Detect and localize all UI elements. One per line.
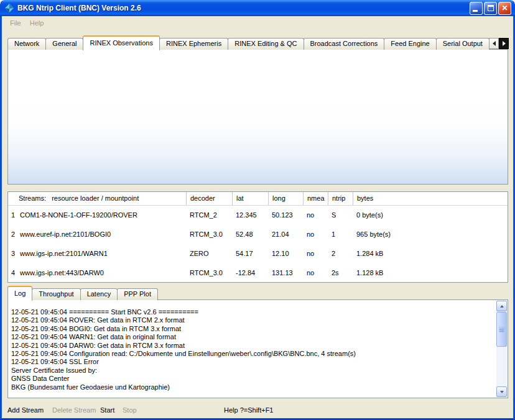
log-line: 12-05-21 09:45:04 Configuration read: C:… bbox=[11, 350, 493, 358]
maximize-button[interactable] bbox=[484, 2, 497, 15]
log-line: 12-05-21 09:45:04 WARN1: Get data in ori… bbox=[11, 333, 493, 341]
cell-lat: -12.84 bbox=[232, 263, 268, 283]
cell-decoder: ZERO bbox=[186, 244, 232, 263]
cell-long: 50.123 bbox=[268, 206, 303, 225]
scroll-up-button[interactable] bbox=[496, 301, 507, 311]
cell-mountpoint: www.igs-ip.net:2101/WARN1 bbox=[19, 244, 186, 263]
rinex-observations-panel bbox=[7, 49, 508, 185]
scroll-down-icon bbox=[500, 391, 504, 393]
log-line: BKG (Bundesamt fuer Geodaesie und Kartog… bbox=[11, 383, 493, 391]
cell-lat: 54.17 bbox=[232, 244, 268, 263]
cell-bytes: 0 byte(s) bbox=[353, 206, 508, 225]
scroll-up-icon bbox=[500, 305, 504, 308]
window-frame-left bbox=[0, 15, 2, 420]
cell-ntrip: 1 bbox=[328, 225, 353, 244]
cell-decoder: RTCM_2 bbox=[186, 206, 232, 225]
stream-row[interactable]: 4 www.igs-ip.net:443/DARW0 RTCM_3.0 -12.… bbox=[8, 263, 508, 283]
cell-long: 12.10 bbox=[268, 244, 303, 263]
stream-row[interactable]: 3 www.igs-ip.net:2101/WARN1 ZERO 54.17 1… bbox=[8, 244, 508, 263]
cell-nmea: no bbox=[303, 225, 328, 244]
tab-scroll-right-button[interactable] bbox=[499, 38, 509, 49]
tab-rinex-ephemeris[interactable]: RINEX Ephemeris bbox=[159, 38, 228, 50]
title-bar[interactable]: BKG Ntrip Client (BNC) Version 2.6 ✕ bbox=[0, 0, 515, 16]
cell-bytes: 1.128 kB bbox=[353, 263, 508, 283]
app-window: BKG Ntrip Client (BNC) Version 2.6 ✕ Fil… bbox=[0, 0, 515, 420]
minimize-button[interactable] bbox=[470, 2, 483, 15]
cell-bytes: 1.284 kB bbox=[353, 244, 508, 263]
tab-feed-engine[interactable]: Feed Engine bbox=[384, 38, 436, 50]
chevron-left-icon bbox=[493, 41, 496, 46]
minimize-icon bbox=[473, 10, 478, 12]
chevron-right-icon bbox=[503, 41, 506, 46]
tab-serial-output[interactable]: Serial Output bbox=[436, 38, 489, 50]
tab-throughput[interactable]: Throughput bbox=[32, 288, 80, 300]
row-number: 3 bbox=[8, 244, 19, 263]
header-decoder: decoder bbox=[186, 192, 232, 205]
header-lat: lat bbox=[232, 192, 268, 205]
cell-decoder: RTCM_3.0 bbox=[186, 225, 232, 244]
menu-bar: File Help bbox=[2, 16, 513, 30]
cell-ntrip: 2s bbox=[328, 263, 353, 283]
cell-nmea: no bbox=[303, 263, 328, 283]
header-mountpoint: Streams: resource loader / mountpoint bbox=[8, 192, 186, 205]
tab-rinex-observations[interactable]: RINEX Observations bbox=[83, 35, 159, 50]
row-number: 2 bbox=[8, 225, 19, 244]
log-line: 12-05-21 09:45:04 SSL Error bbox=[11, 358, 493, 366]
cell-lat: 52.48 bbox=[232, 225, 268, 244]
log-scrollbar[interactable] bbox=[496, 301, 507, 397]
stop-button: Stop bbox=[123, 406, 137, 414]
cell-mountpoint: www.igs-ip.net:443/DARW0 bbox=[19, 263, 186, 283]
header-nmea: nmea bbox=[303, 192, 328, 205]
cell-bytes: 965 byte(s) bbox=[353, 225, 508, 244]
cell-ntrip: S bbox=[328, 206, 353, 225]
log-line: Server Certificate Issued by: bbox=[11, 367, 493, 375]
stream-row[interactable]: 1 COM1-8-NONE-1-OFF-19200/ROVER RTCM_2 1… bbox=[8, 206, 508, 225]
menu-file[interactable]: File bbox=[6, 18, 26, 28]
cell-long: 131.13 bbox=[268, 263, 303, 283]
add-stream-button[interactable]: Add Stream bbox=[7, 406, 44, 414]
log-line: 12-05-21 09:45:04 DARW0: Get data in RTC… bbox=[11, 342, 493, 350]
tab-general[interactable]: General bbox=[45, 38, 83, 50]
cell-nmea: no bbox=[303, 206, 328, 225]
tab-scroll-left-button[interactable] bbox=[489, 38, 499, 49]
header-ntrip: ntrip bbox=[328, 192, 353, 205]
maximize-icon bbox=[488, 5, 494, 11]
cell-decoder: RTCM_3.0 bbox=[186, 263, 232, 283]
log-line: 12-05-21 09:45:04 BOGI0: Get data in RTC… bbox=[11, 325, 493, 333]
row-number: 4 bbox=[8, 263, 19, 283]
close-icon: ✕ bbox=[499, 2, 511, 14]
streams-table-header: Streams: resource loader / mountpoint de… bbox=[8, 192, 508, 206]
streams-table: Streams: resource loader / mountpoint de… bbox=[7, 191, 508, 283]
delete-stream-button: Delete Stream bbox=[52, 406, 96, 414]
log-line: GNSS Data Center bbox=[11, 375, 493, 383]
tab-ppp-plot[interactable]: PPP Plot bbox=[117, 288, 158, 300]
tab-network[interactable]: Network bbox=[7, 38, 46, 50]
cell-long: 21.04 bbox=[268, 225, 303, 244]
cell-ntrip: 2 bbox=[328, 244, 353, 263]
header-long: long bbox=[268, 192, 303, 205]
header-bytes: bytes bbox=[353, 192, 508, 205]
tab-broadcast-corrections[interactable]: Broadcast Corrections bbox=[304, 38, 385, 50]
cell-mountpoint: COM1-8-NONE-1-OFF-19200/ROVER bbox=[19, 206, 186, 225]
menu-help[interactable]: Help bbox=[26, 18, 49, 28]
tab-scroll-buttons bbox=[489, 38, 509, 49]
log-line: 12-05-21 09:45:04 ROVER: Get data in RTC… bbox=[11, 316, 493, 324]
cell-nmea: no bbox=[303, 244, 328, 263]
row-number: 1 bbox=[8, 206, 19, 225]
main-tab-bar: Network General RINEX Observations RINEX… bbox=[7, 35, 489, 50]
log-panel: 12-05-21 09:45:04 ========== Start BNC v… bbox=[7, 299, 508, 398]
tab-latency[interactable]: Latency bbox=[80, 288, 118, 300]
close-button[interactable]: ✕ bbox=[498, 2, 511, 15]
scroll-down-button[interactable] bbox=[496, 386, 507, 397]
log-text: 12-05-21 09:45:04 ========== Start BNC v… bbox=[8, 300, 495, 398]
app-icon bbox=[4, 3, 14, 13]
cell-lat: 12.345 bbox=[232, 206, 268, 225]
cell-mountpoint: www.euref-ip.net:2101/BOGI0 bbox=[19, 225, 186, 244]
bottom-tab-bar: Log Throughput Latency PPP Plot bbox=[7, 286, 157, 300]
log-line: 12-05-21 09:45:04 ========== Start BNC v… bbox=[11, 308, 493, 316]
scrollbar-thumb[interactable] bbox=[496, 312, 507, 347]
tab-log[interactable]: Log bbox=[7, 286, 32, 301]
stream-row[interactable]: 2 www.euref-ip.net:2101/BOGI0 RTCM_3.0 5… bbox=[8, 225, 508, 244]
tab-rinex-editing-qc[interactable]: RINEX Editing & QC bbox=[228, 38, 304, 50]
start-button[interactable]: Start bbox=[100, 406, 114, 414]
